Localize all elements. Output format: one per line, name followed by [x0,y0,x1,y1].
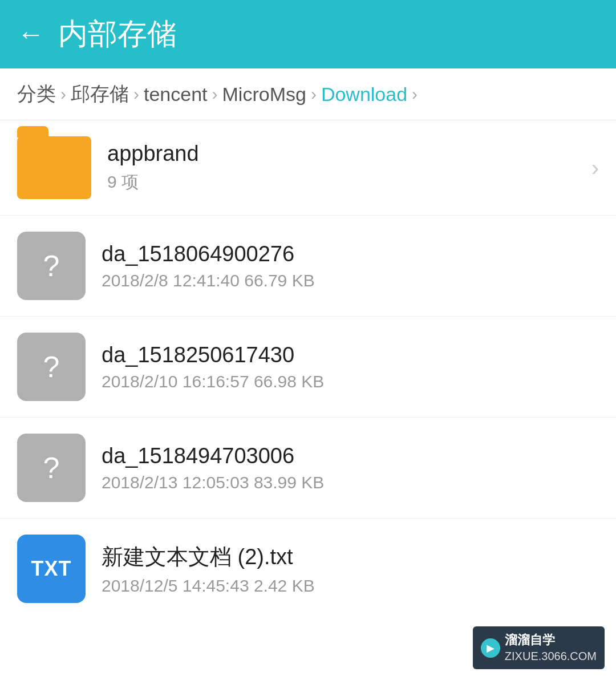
breadcrumb: 分类›邱存储›tencent›MicroMsg›Download› [0,68,616,120]
file-name: da_1518494703006 [102,444,599,468]
list-item[interactable]: ?da_15180649002762018/2/8 12:41:40 66.79… [0,216,616,317]
watermark-logo: ▶ [481,638,500,658]
folder-icon [17,136,91,199]
breadcrumb-separator: › [212,84,218,104]
file-info: 新建文本文档 (2).txt2018/12/5 14:45:43 2.42 KB [86,543,599,596]
breadcrumb-separator: › [60,84,66,104]
breadcrumb-item-2[interactable]: tencent [144,83,208,106]
file-meta: 2018/12/5 14:45:43 2.42 KB [102,576,599,596]
file-meta: 2018/2/8 12:41:40 66.79 KB [102,271,599,290]
list-item[interactable]: TXT新建文本文档 (2).txt2018/12/5 14:45:43 2.42… [0,519,616,619]
file-name: appbrand [107,141,586,166]
breadcrumb-item-3[interactable]: MicroMsg [222,83,306,106]
breadcrumb-trailing-chevron: › [412,84,418,104]
file-name: 新建文本文档 (2).txt [102,543,599,572]
chevron-right-icon: › [591,155,599,181]
breadcrumb-item-4[interactable]: Download [321,83,407,106]
file-info: da_15184947030062018/2/13 12:05:03 83.99… [86,444,599,492]
breadcrumb-separator: › [133,84,139,104]
file-list: appbrand9 项›?da_15180649002762018/2/8 12… [0,120,616,619]
watermark: ▶ 溜溜自学 ZIXUE.3066.COM [473,626,605,669]
unknown-file-icon: ? [17,333,86,401]
file-meta: 2018/2/10 16:16:57 66.98 KB [102,372,599,391]
breadcrumb-separator: › [311,84,317,104]
unknown-file-icon: ? [17,434,86,502]
breadcrumb-item-0[interactable]: 分类 [17,81,56,107]
list-item[interactable]: ?da_15184947030062018/2/13 12:05:03 83.9… [0,418,616,519]
app-header: ← 内部存储 [0,0,616,68]
file-name: da_1518250617430 [102,343,599,367]
unknown-file-icon: ? [17,232,86,300]
file-meta: 9 项 [107,171,586,194]
file-name: da_1518064900276 [102,242,599,266]
file-info: da_15180649002762018/2/8 12:41:40 66.79 … [86,242,599,290]
page-title: 内部存储 [58,14,177,54]
back-button[interactable]: ← [17,21,44,48]
list-item[interactable]: ?da_15182506174302018/2/10 16:16:57 66.9… [0,317,616,418]
file-info: appbrand9 项 [91,141,586,194]
watermark-text: 溜溜自学 ZIXUE.3066.COM [505,632,597,663]
breadcrumb-item-1[interactable]: 邱存储 [71,81,129,107]
file-info: da_15182506174302018/2/10 16:16:57 66.98… [86,343,599,391]
file-meta: 2018/2/13 12:05:03 83.99 KB [102,473,599,492]
list-item[interactable]: appbrand9 项› [0,120,616,216]
txt-icon: TXT [17,535,86,603]
